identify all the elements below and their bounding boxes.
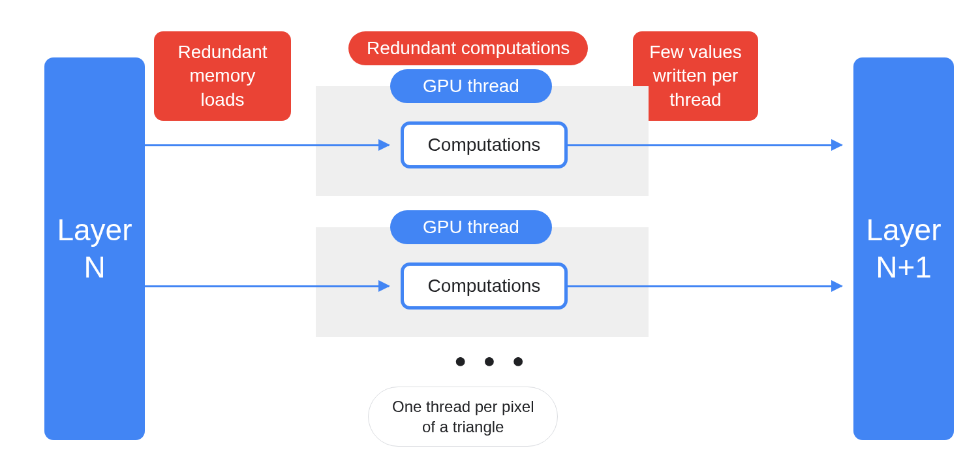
redundant-memory-badge: Redundant memory loads	[154, 31, 291, 121]
layer-n1-box: Layer N+1	[853, 57, 954, 440]
footnote-pill: One thread per pixel of a triangle	[368, 387, 558, 447]
gpu-thread-label-2: GPU thread	[390, 210, 552, 244]
arrow-left-1	[145, 144, 389, 146]
arrow-right-2	[568, 285, 842, 287]
gpu-thread-label-1: GPU thread	[390, 69, 552, 103]
ellipsis-icon: ● ● ●	[454, 349, 530, 373]
arrow-right-1	[568, 144, 842, 146]
few-values-badge: Few values written per thread	[633, 31, 758, 121]
redundant-computations-badge: Redundant computations	[348, 31, 588, 65]
arrow-left-2	[145, 285, 389, 287]
layer-n-box: Layer N	[44, 57, 145, 440]
computations-box-1: Computations	[401, 121, 568, 168]
computations-box-2: Computations	[401, 262, 568, 310]
